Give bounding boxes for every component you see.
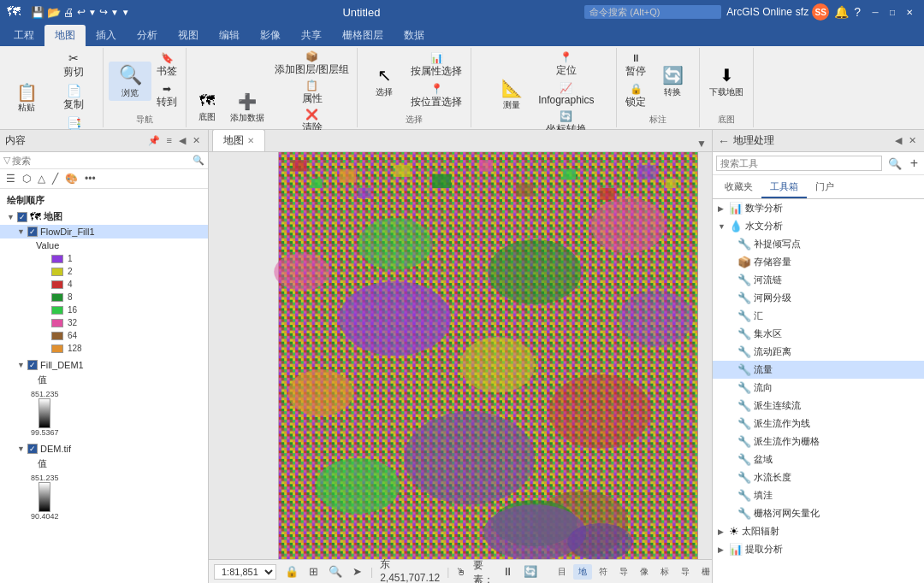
geo-tab-favorites[interactable]: 收藏夹 [716, 177, 761, 198]
tab-edit[interactable]: 编辑 [209, 25, 250, 46]
infographics-button[interactable]: 📈 Infographics [535, 80, 597, 108]
bottom-tab-raster[interactable]: 栅 [696, 564, 712, 580]
close-button[interactable]: ✕ [902, 6, 917, 18]
qa-redo[interactable]: ↪ [99, 6, 108, 18]
grid-btn[interactable]: ⊞ [307, 564, 320, 579]
map-tab-close[interactable]: ✕ [247, 136, 254, 145]
bottom-tab-catalog[interactable]: 目 [553, 564, 572, 580]
pause-button[interactable]: ⏸ 暂停 [622, 50, 649, 80]
maximize-button[interactable]: □ [885, 6, 900, 18]
map-tab[interactable]: 地图 ✕ [212, 130, 265, 151]
qa-undo[interactable]: ↩ [77, 6, 86, 18]
convert-button[interactable]: 🔄 转换 [651, 62, 694, 100]
tab-project[interactable]: 工程 [3, 25, 44, 46]
scale-selector[interactable]: 1:81,851 [214, 564, 276, 580]
magnify-btn[interactable]: 🔍 [327, 564, 344, 579]
fill-check[interactable]: ✓ [27, 360, 38, 370]
pause-status-btn[interactable]: ⏸ [500, 564, 515, 579]
solar-item[interactable]: ▶ ☀ 太阳辐射 [713, 522, 924, 540]
fill-item[interactable]: 🔧 填洼 [713, 486, 924, 504]
extract-item[interactable]: ▶ 📊 提取分析 [713, 540, 924, 558]
command-search[interactable] [584, 5, 721, 19]
goto-button[interactable]: ➡ 转到 [153, 81, 181, 111]
refresh-btn[interactable]: 🔄 [522, 564, 539, 579]
add-layer-button[interactable]: 📦 添加图层/图层组 [272, 50, 352, 78]
lock-button[interactable]: 🔒 锁定 [622, 81, 649, 111]
tab-view[interactable]: 视图 [168, 25, 209, 46]
tab-imagery[interactable]: 影像 [250, 25, 291, 46]
browse-button[interactable]: 🔍 浏览 [109, 62, 151, 101]
geo-tab-portal[interactable]: 门户 [807, 177, 843, 198]
measure-button[interactable]: 📐 测量 [490, 75, 533, 113]
polygon-btn[interactable]: △ [35, 171, 48, 186]
bottom-tab-map[interactable]: 地 [573, 564, 592, 580]
dem-check[interactable]: ✓ [27, 444, 38, 454]
map-expand-btn[interactable]: ▼ [695, 136, 708, 151]
list-view-btn[interactable]: ☰ [3, 171, 18, 186]
minimize-button[interactable]: ─ [868, 6, 883, 18]
line-btn[interactable]: ╱ [50, 171, 61, 186]
flow-accum-item[interactable]: 🔧 流量 [713, 361, 924, 379]
select-by-attr-button[interactable]: 📊 按属性选择 [407, 50, 465, 80]
select-button[interactable]: ↖ 选择 [363, 62, 406, 100]
geo-search-icon[interactable]: 🔍 [885, 156, 905, 172]
derive-continuous-item[interactable]: 🔧 派生连续流 [713, 397, 924, 415]
zoom-lock-btn[interactable]: 🔒 [283, 564, 300, 579]
flow-distance-item[interactable]: 🔧 流动距离 [713, 343, 924, 361]
flowdir-item[interactable]: ▼ ✓ FlowDir_Fill1 [0, 225, 208, 238]
auto-hide-button[interactable]: ◀ [176, 134, 188, 147]
bottom-tab-nav2[interactable]: 导 [676, 564, 695, 580]
cylinder-btn[interactable]: ⬡ [20, 171, 33, 186]
tab-raster-layer[interactable]: 栅格图层 [332, 25, 394, 46]
derive-raster-item[interactable]: 🔧 派生流作为栅格 [713, 433, 924, 450]
select-by-loc-button[interactable]: 📍 按位置选择 [407, 81, 465, 111]
add-data-button[interactable]: ➕ 添加数据 [226, 90, 269, 126]
geo-back-btn[interactable]: ← [718, 134, 730, 148]
geo-search-input[interactable] [716, 156, 882, 171]
more-btn[interactable]: ••• [82, 171, 98, 186]
geo-pin-btn[interactable]: ◀ [892, 134, 904, 147]
watershed-item[interactable]: 🔧 集水区 [713, 325, 924, 343]
qa-save[interactable]: 💾 [31, 6, 44, 19]
geo-close-btn[interactable]: ✕ [906, 134, 919, 147]
copy-button[interactable]: 📄 复制 [50, 82, 98, 114]
geo-add-btn[interactable]: + [908, 155, 921, 172]
tab-map[interactable]: 地图 [44, 25, 86, 46]
map-root-item[interactable]: ▼ ✓ 🗺 地图 [0, 209, 208, 225]
derive-line-item[interactable]: 🔧 派生流作为线 [713, 415, 924, 433]
cut-button[interactable]: ✂ 剪切 [50, 50, 98, 81]
snap-pour-item[interactable]: 🔧 补捉倾写点 [713, 235, 924, 253]
paste-button[interactable]: 📋 粘贴 [5, 81, 48, 115]
user-avatar[interactable]: SS [812, 3, 829, 21]
flow-length-item[interactable]: 🔧 水流长度 [713, 468, 924, 486]
help-icon[interactable]: ? [854, 5, 861, 19]
stream-order-item[interactable]: 🔧 河网分级 [713, 289, 924, 307]
flowdir-check[interactable]: ✓ [27, 227, 38, 237]
nav-arrow-btn[interactable]: ➤ [351, 564, 364, 579]
attribute-button[interactable]: 📋 属性 [272, 79, 352, 107]
stream-to-feature-item[interactable]: 🔧 栅格河网矢量化 [713, 504, 924, 522]
contents-search-input[interactable] [12, 156, 192, 166]
fill-dem1-item[interactable]: ▼ ✓ Fill_DEM1 [0, 358, 208, 372]
bottom-tab-nav[interactable]: 导 [614, 564, 633, 580]
stream-link-item[interactable]: 🔧 河流链 [713, 271, 924, 289]
close-panel-button[interactable]: ✕ [190, 134, 203, 147]
qa-folder[interactable]: 📂 [47, 6, 61, 19]
math-analysis-item[interactable]: ▶ 📊 数学分析 [713, 199, 924, 217]
map-check[interactable]: ✓ [17, 212, 27, 222]
sink-item[interactable]: 🔧 汇 [713, 307, 924, 325]
storage-item[interactable]: 📦 存储容量 [713, 253, 924, 271]
geo-tab-toolbox[interactable]: 工具箱 [761, 177, 807, 198]
qa-dropdown2[interactable]: ▼ [110, 8, 119, 17]
locate-button[interactable]: 📍 定位 [535, 50, 597, 80]
tab-insert[interactable]: 插入 [86, 25, 127, 46]
bottom-tab-image[interactable]: 像 [635, 564, 654, 580]
tab-analysis[interactable]: 分析 [127, 25, 168, 46]
flow-dir-item[interactable]: 🔧 流向 [713, 379, 924, 397]
panel-options-button[interactable]: ≡ [164, 134, 175, 147]
bookmark-button[interactable]: 🔖 书签 [153, 50, 181, 80]
bell-icon[interactable]: 🔔 [834, 5, 849, 19]
qa-print[interactable]: 🖨 [63, 6, 74, 19]
qa-more[interactable]: ▼ [121, 8, 130, 17]
bottom-tab-label2[interactable]: 标 [655, 564, 674, 580]
